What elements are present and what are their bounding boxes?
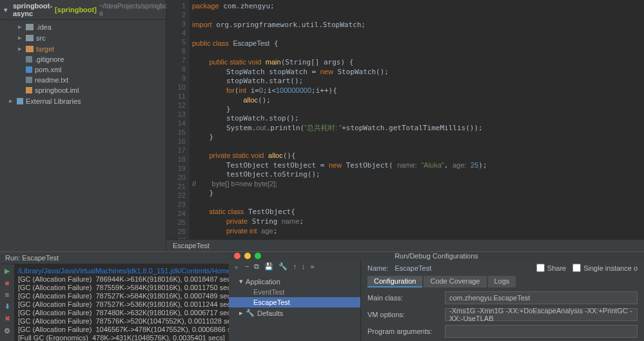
rerun-icon[interactable]: ▶ [5,267,10,275]
save-icon[interactable]: 💾 [264,262,273,272]
run-panel: Run: EscapeTest ▶ ■ ≡ ⬇ ✖ ⚙ /Library/Jav… [0,252,229,341]
settings-icon[interactable]: ⚙ [4,327,10,335]
config-node-application[interactable]: ▾Application [229,276,360,287]
copy-icon[interactable]: ⧉ [254,262,259,272]
tree-item-gitignore[interactable]: .gitignore [0,54,166,64]
folder-icon [26,24,34,30]
name-input[interactable]: EscapeTest [395,264,529,272]
config-tabs: Configuration Code Coverage Logs [367,276,638,287]
file-icon [26,56,32,63]
down-icon[interactable]: ↓ [302,262,306,272]
tab-code-coverage[interactable]: Code Coverage [424,276,486,287]
program-args-label: Program arguments: [367,327,438,335]
tree-item-external[interactable]: ▸External Libraries [0,95,166,106]
console-output[interactable]: /Library/Java/JavaVirtualMachines/jdk1.8… [14,264,229,341]
project-sidebar: ▾ springboot-async [springboot] ~/IdeaPr… [0,0,166,251]
tree-item-target[interactable]: ▸target [0,43,166,54]
run-tab[interactable]: Run: EscapeTest [0,252,229,264]
name-label: Name: [367,264,388,272]
dialog-titlebar[interactable]: Run/Debug Configurations [229,252,644,260]
close-icon[interactable] [234,253,240,259]
file-icon [26,66,32,73]
share-checkbox[interactable]: Share [536,264,566,272]
config-form: Name: EscapeTest Share Single instance o… [361,260,644,341]
config-toolbar: ＋ − ⧉ 💾 🔧 ↑ ↓ » [229,260,360,275]
tab-configuration[interactable]: Configuration [367,276,422,287]
file-icon [26,87,32,93]
expand-icon[interactable]: » [310,262,314,272]
breadcrumb[interactable]: EscapeTest [166,239,644,251]
library-icon [17,98,23,104]
folder-icon [26,35,34,41]
run-toolbar: ▶ ■ ≡ ⬇ ✖ ⚙ [0,264,14,341]
minimize-icon[interactable] [244,253,251,259]
config-tree-panel: ＋ − ⧉ 💾 🔧 ↑ ↓ » ▾Application EventTest E… [229,260,361,341]
line-gutter: 1234567891011121314151617181920212223242… [166,0,190,239]
tab-logs[interactable]: Logs [488,276,516,287]
tree-item-pom[interactable]: pom.xml [0,64,166,75]
project-path: ~/IdeaProjects/springboot-a [99,3,175,17]
vm-options-input[interactable]: -Xms1G -Xmn1G -XX:+DoEscapeAnalysis -XX:… [445,308,638,321]
wrench-icon[interactable]: 🔧 [278,262,288,272]
tree-item-src[interactable]: ▸src [0,32,166,43]
tree-item-idea[interactable]: ▸.idea [0,21,166,32]
program-args-input[interactable] [445,325,638,338]
run-config-dialog: Run/Debug Configurations ＋ − ⧉ 💾 🔧 ↑ ↓ »… [229,251,644,341]
config-node-defaults[interactable]: ▸🔧Defaults [229,307,360,318]
stop-icon[interactable]: ■ [5,279,10,287]
remove-icon[interactable]: − [245,262,249,272]
tree-item-iml[interactable]: springboot.iml [0,85,166,95]
project-header[interactable]: ▾ springboot-async [springboot] ~/IdeaPr… [0,0,166,20]
project-tree: ▸.idea ▸src ▸target .gitignore pom.xml r… [0,20,166,108]
delete-icon[interactable]: ✖ [5,315,10,323]
file-icon [26,77,32,83]
layout-icon[interactable]: ≡ [5,291,9,298]
dialog-title: Run/Debug Configurations [395,252,478,260]
project-name: springboot-async [13,2,52,17]
vm-options-label: VM options: [367,311,438,318]
main-class-label: Main class: [367,294,438,302]
config-node-eventtest[interactable]: EventTest [229,287,360,297]
expand-icon: ▾ [4,6,8,14]
code-editor: 1234567891011121314151617181920212223242… [166,0,644,251]
config-node-escapetest[interactable]: EscapeTest [229,297,360,307]
code-content[interactable]: package com.zhengyu; import org.springfr… [190,0,644,239]
single-instance-checkbox[interactable]: Single instance o [572,264,638,272]
tree-item-readme[interactable]: readme.txt [0,75,166,85]
folder-icon [26,46,34,52]
module-name: [springboot] [55,6,97,14]
main-class-input[interactable]: com.zhengyu.EscapeTest [445,291,638,304]
export-icon[interactable]: ⬇ [5,302,10,311]
add-icon[interactable]: ＋ [233,262,240,272]
up-icon[interactable]: ↑ [293,262,297,272]
maximize-icon[interactable] [255,253,261,259]
